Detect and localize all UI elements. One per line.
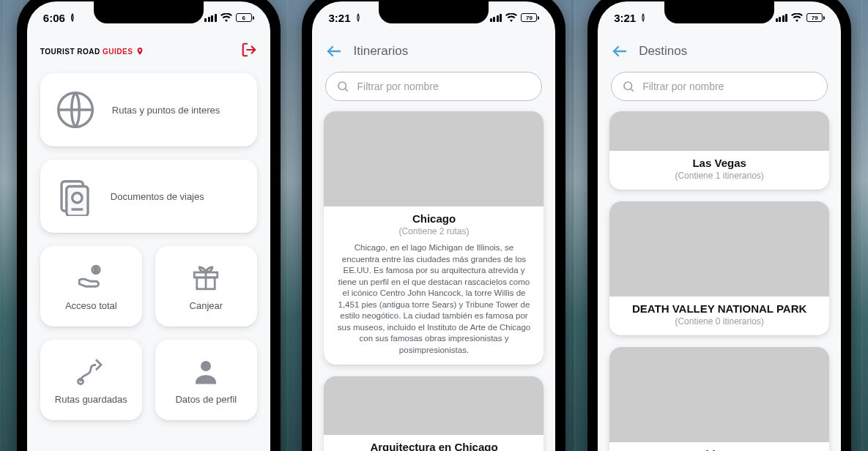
card-title: Las Vegas — [618, 157, 820, 169]
route-icon — [75, 356, 106, 387]
search-field[interactable] — [611, 72, 828, 101]
tile-label: Rutas guardadas — [55, 394, 127, 405]
phone-itineraries: 3:21 79 Itinerarios — [302, 0, 565, 451]
tile-label: Datos de perfil — [175, 394, 237, 405]
card-title: DEATH VALLEY NATIONAL PARK — [618, 302, 820, 315]
status-time: 6:06 — [43, 12, 65, 24]
battery-icon: 79 — [521, 13, 539, 22]
page-title: Destinos — [639, 44, 687, 59]
wifi-icon — [791, 13, 803, 22]
destinations-content: Las Vegas (Contiene 1 itinerarios) DEATH… — [598, 69, 841, 451]
wifi-icon — [220, 13, 232, 22]
back-button[interactable] — [611, 42, 628, 60]
tile-label: Acceso total — [65, 300, 117, 311]
tile-label: Documentos de viajes — [111, 191, 204, 202]
logout-button[interactable] — [241, 42, 257, 61]
card-subtitle: (Contiene 0 itinerarios) — [618, 316, 820, 327]
tile-saved-routes[interactable]: Rutas guardadas — [40, 340, 142, 420]
card-image — [609, 111, 829, 151]
app-header: TOURIST ROAD GUIDES — [27, 34, 270, 69]
destination-card-chicago[interactable]: Chicago (Contiene 2 itinerarios) — [609, 347, 829, 451]
search-icon — [336, 80, 349, 93]
globe-icon — [55, 89, 96, 130]
itinerary-card-chicago[interactable]: Chicago (Contiene 2 rutas) Chicago, en e… — [324, 111, 544, 365]
svg-line-15 — [346, 89, 348, 91]
itineraries-content: Chicago (Contiene 2 rutas) Chicago, en e… — [312, 69, 555, 451]
gift-icon — [190, 262, 221, 293]
device-notch — [379, 1, 489, 23]
destination-card-vegas[interactable]: Las Vegas (Contiene 1 itinerarios) — [609, 111, 829, 190]
svg-text:$: $ — [94, 266, 98, 274]
search-icon — [622, 80, 635, 93]
screen-itineraries: 3:21 79 Itinerarios — [312, 1, 555, 451]
svg-line-18 — [631, 89, 634, 91]
svg-point-12 — [201, 361, 211, 371]
card-title: Arquitectura en Chicago — [333, 441, 535, 451]
tile-routes-poi[interactable]: Rutas y puntos de interes — [40, 73, 257, 146]
phone-destinations: 3:21 79 Destinos — [587, 0, 851, 451]
brand-logo: TOURIST ROAD GUIDES — [40, 47, 144, 56]
card-title: Chicago — [333, 212, 535, 225]
svg-point-14 — [338, 82, 346, 90]
tile-label: Canjear — [190, 300, 223, 311]
card-image — [324, 111, 544, 206]
screen-home: 6:06 6 TOURIST ROAD GUIDES — [27, 1, 270, 451]
battery-icon: 79 — [806, 13, 825, 22]
svg-rect-3 — [67, 187, 88, 217]
status-app-icon — [639, 13, 648, 22]
tile-profile[interactable]: Datos de perfil — [155, 340, 257, 420]
tile-label: Rutas y puntos de interes — [112, 105, 220, 116]
itinerary-card-arquitectura[interactable]: Arquitectura en Chicago (Contiene 1 ruta… — [324, 376, 544, 451]
destination-card-death-valley[interactable]: DEATH VALLEY NATIONAL PARK (Contiene 0 i… — [609, 201, 829, 335]
tile-full-access[interactable]: $ Acceso total — [40, 246, 142, 327]
card-image — [609, 201, 829, 297]
person-icon — [190, 356, 221, 387]
tile-redeem[interactable]: Canjear — [155, 246, 257, 327]
search-field[interactable] — [325, 72, 542, 101]
card-description: Chicago, en el lago Michigan de Illinois… — [333, 242, 535, 356]
pin-icon — [136, 47, 144, 56]
card-image — [609, 347, 829, 442]
status-app-icon — [68, 13, 77, 22]
card-title: Chicago — [618, 448, 820, 451]
passport-icon — [55, 176, 94, 216]
cell-signal-icon — [204, 14, 217, 22]
wifi-icon — [505, 13, 517, 22]
promo-stage: 6:06 6 TOURIST ROAD GUIDES — [0, 0, 868, 451]
app-header: Itinerarios — [312, 34, 555, 69]
search-input[interactable] — [642, 81, 817, 92]
search-input[interactable] — [357, 81, 531, 92]
status-time: 3:21 — [614, 12, 636, 24]
tile-travel-docs[interactable]: Documentos de viajes — [40, 160, 257, 233]
status-time: 3:21 — [328, 12, 350, 24]
hand-coin-icon: $ — [75, 262, 106, 293]
card-subtitle: (Contiene 2 rutas) — [333, 226, 535, 236]
card-subtitle: (Contiene 1 itinerarios) — [618, 171, 820, 181]
cell-signal-icon — [490, 14, 502, 22]
device-notch — [94, 1, 204, 23]
cell-signal-icon — [776, 14, 788, 22]
screen-destinations: 3:21 79 Destinos — [598, 1, 841, 451]
back-button[interactable] — [325, 42, 343, 60]
home-content: Rutas y puntos de interes Documentos de … — [27, 69, 270, 451]
app-header: Destinos — [598, 34, 841, 69]
battery-icon: 6 — [236, 13, 254, 22]
phone-home: 6:06 6 TOURIST ROAD GUIDES — [17, 0, 281, 451]
svg-point-17 — [624, 82, 632, 90]
status-app-icon — [354, 13, 363, 22]
card-image — [324, 376, 544, 435]
page-title: Itinerarios — [353, 44, 408, 59]
device-notch — [664, 1, 774, 23]
